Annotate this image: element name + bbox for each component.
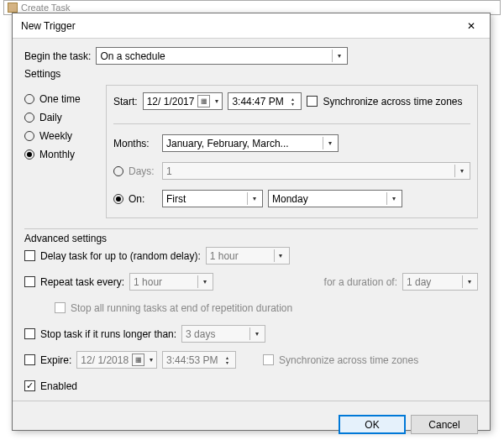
chevron-down-icon: ▾ <box>197 275 211 288</box>
chevron-down-icon: ▾ <box>386 192 400 205</box>
delay-row: Delay task for up to (random delay): 1 h… <box>24 246 478 265</box>
begin-task-combo[interactable]: On a schedule ▾ <box>96 47 348 65</box>
dialog-footer: OK Cancel <box>13 406 490 440</box>
checkbox-icon <box>24 276 35 287</box>
duration-combo: 1 day ▾ <box>402 273 478 291</box>
delay-label: Delay task for up to (random delay): <box>40 250 201 262</box>
advanced-settings: Delay task for up to (random delay): 1 h… <box>24 246 478 395</box>
days-combo: 1 ▾ <box>162 162 470 180</box>
chevron-down-icon: ▾ <box>274 249 287 262</box>
delay-value: 1 hour <box>210 250 239 262</box>
expire-sync-label: Synchronize across time zones <box>279 354 418 366</box>
window-title: New Trigger <box>21 20 76 32</box>
chevron-down-icon: ▾ <box>454 165 468 177</box>
settings-area: One time Daily Weekly Monthly <box>24 85 478 218</box>
freq-weekly-label: Weekly <box>39 130 72 142</box>
expire-time-spinner: 3:44:53 PM ▴▾ <box>162 351 236 369</box>
ok-button[interactable]: OK <box>339 415 406 434</box>
freq-weekly-radio[interactable]: Weekly <box>24 130 104 142</box>
delay-combo: 1 hour ▾ <box>206 247 290 265</box>
start-time-spinner[interactable]: 3:44:47 PM ▴▾ <box>228 92 302 110</box>
stop-longer-value: 3 days <box>186 328 215 340</box>
expire-checkbox[interactable]: Expire: <box>24 354 71 366</box>
close-icon: ✕ <box>467 20 475 32</box>
start-row: Start: 12/ 1/2017 ▦ ▾ 3:44:47 PM ▴▾ <box>113 92 470 110</box>
months-row: Months: January, February, March... ▾ <box>113 134 470 152</box>
days-value: 1 <box>166 165 172 177</box>
close-button[interactable]: ✕ <box>452 13 490 39</box>
start-date-value: 12/ 1/2017 <box>147 96 195 107</box>
days-label: Days: <box>129 165 155 177</box>
begin-task-row: Begin the task: On a schedule ▾ <box>24 47 478 65</box>
divider <box>24 228 478 229</box>
on-day-combo[interactable]: Monday ▾ <box>268 190 402 207</box>
settings-label: Settings <box>24 68 478 80</box>
checkbox-icon <box>24 328 35 339</box>
begin-task-label: Begin the task: <box>24 50 91 62</box>
parent-title: Create Task <box>21 3 71 13</box>
chevron-down-icon: ▾ <box>247 192 260 205</box>
repeat-checkbox[interactable]: Repeat task every: <box>24 276 124 288</box>
checkbox-icon <box>55 302 66 313</box>
radio-icon <box>24 131 34 141</box>
checkbox-icon <box>263 354 274 365</box>
expire-date-value: 12/ 1/2018 <box>81 354 129 366</box>
footer-divider <box>13 401 490 401</box>
stop-end-label: Stop all running tasks at end of repetit… <box>71 302 292 314</box>
freq-daily-label: Daily <box>39 112 62 123</box>
expire-row: Expire: 12/ 1/2018 ▦ ▾ 3:44:53 PM ▴▾ Syn… <box>24 350 478 369</box>
days-radio[interactable]: Days: <box>113 165 157 177</box>
delay-checkbox[interactable]: Delay task for up to (random delay): <box>24 250 201 262</box>
begin-task-value: On a schedule <box>100 50 165 62</box>
expire-sync-checkbox: Synchronize across time zones <box>263 354 418 366</box>
repeat-combo: 1 hour ▾ <box>129 273 213 291</box>
sync-label: Synchronize across time zones <box>323 96 462 107</box>
app-icon <box>8 3 18 13</box>
repeat-value: 1 hour <box>134 276 162 288</box>
enabled-row: Enabled <box>24 376 478 395</box>
checkbox-icon <box>24 380 35 391</box>
months-label: Months: <box>113 138 157 149</box>
radio-icon <box>24 113 34 123</box>
start-time-value: 3:44:47 PM <box>232 96 283 107</box>
chevron-down-icon: ▾ <box>323 137 336 149</box>
expire-time-value: 3:44:53 PM <box>166 354 218 366</box>
on-ordinal-combo[interactable]: First ▾ <box>162 190 263 207</box>
freq-daily-radio[interactable]: Daily <box>24 112 104 123</box>
chevron-down-icon: ▾ <box>332 50 345 62</box>
enabled-label: Enabled <box>40 380 77 392</box>
sync-timezone-checkbox[interactable]: Synchronize across time zones <box>307 96 462 107</box>
cancel-button[interactable]: Cancel <box>411 415 478 434</box>
enabled-checkbox[interactable]: Enabled <box>24 380 77 392</box>
days-row: Days: 1 ▾ <box>113 162 470 180</box>
months-combo[interactable]: January, February, March... ▾ <box>162 134 339 152</box>
on-label: On: <box>129 193 144 205</box>
chevron-down-icon: ▾ <box>249 327 263 340</box>
stop-longer-label: Stop task if it runs longer than: <box>40 328 176 340</box>
radio-icon <box>113 166 123 176</box>
on-radio[interactable]: On: <box>113 193 157 205</box>
detail-column: Start: 12/ 1/2017 ▦ ▾ 3:44:47 PM ▴▾ <box>106 85 478 218</box>
chevron-down-icon: ▾ <box>213 97 220 105</box>
start-date-picker[interactable]: 12/ 1/2017 ▦ ▾ <box>143 92 223 110</box>
on-row: On: First ▾ Monday ▾ <box>113 190 470 207</box>
chevron-down-icon: ▾ <box>462 275 475 288</box>
months-value: January, February, March... <box>166 138 289 149</box>
stop-longer-checkbox[interactable]: Stop task if it runs longer than: <box>24 328 176 340</box>
radio-icon <box>24 149 34 160</box>
repeat-label: Repeat task every: <box>40 276 124 288</box>
freq-monthly-radio[interactable]: Monthly <box>24 149 104 160</box>
calendar-icon: ▦ <box>132 354 144 366</box>
freq-one-time-label: One time <box>39 93 81 105</box>
repeat-row: Repeat task every: 1 hour ▾ for a durati… <box>24 272 478 291</box>
radio-icon <box>113 194 123 204</box>
checkbox-icon <box>24 354 35 365</box>
freq-one-time-radio[interactable]: One time <box>24 93 104 105</box>
spinner-icon: ▴▾ <box>286 95 299 107</box>
new-trigger-dialog: New Trigger ✕ Begin the task: On a sched… <box>12 13 491 431</box>
freq-monthly-label: Monthly <box>39 149 75 160</box>
on-day-value: Monday <box>272 193 308 205</box>
checkbox-icon <box>307 96 318 107</box>
stop-longer-row: Stop task if it runs longer than: 3 days… <box>24 324 478 343</box>
checkbox-icon <box>24 250 35 261</box>
